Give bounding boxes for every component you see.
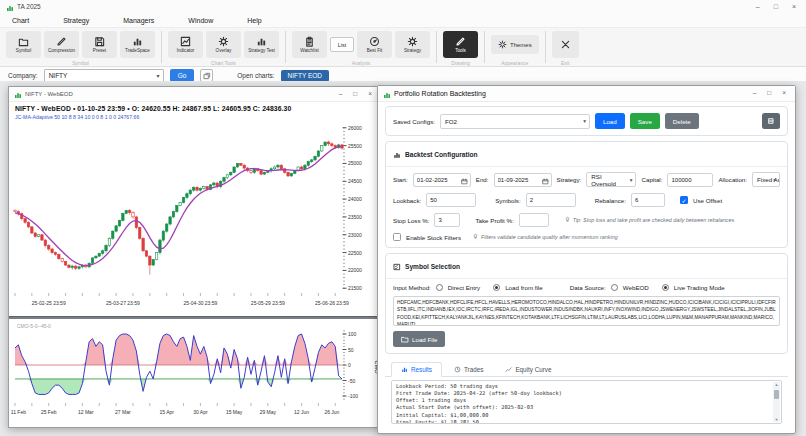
symbols-textarea[interactable]: HDFCAMC,HDFCBANK,HDFCLIFE,HFCL,HAVELLS,H…	[393, 296, 780, 326]
start-date-input[interactable]	[417, 177, 459, 183]
bar-chart-icon	[393, 145, 401, 163]
minimize-icon[interactable]: –	[753, 90, 757, 97]
cmo-indicator-canvas[interactable]: CMO-5-0--45-0100500-50-100CMO11 Feb25 Fe…	[9, 319, 381, 419]
webeod-radio[interactable]	[611, 284, 618, 291]
toolbar-button-indicator[interactable]: Indicator	[168, 31, 203, 58]
stop-loss-input[interactable]	[434, 213, 460, 227]
delete-config-button[interactable]: Delete	[665, 113, 699, 129]
saved-configs-select[interactable]: FO2	[440, 114, 590, 129]
start-date-field[interactable]	[413, 173, 471, 187]
menu-item-window[interactable]: Window	[188, 17, 213, 24]
toolbar-separator	[285, 31, 286, 63]
toolbar-button-list[interactable]: List	[330, 37, 354, 52]
end-date-input[interactable]	[498, 177, 540, 183]
calendar-icon[interactable]	[461, 171, 468, 189]
toolbar-button-tools[interactable]: Tools	[443, 31, 478, 58]
minimize-icon[interactable]: –	[756, 3, 760, 10]
menu-item-strategy[interactable]: Strategy	[63, 17, 89, 24]
save-config-button[interactable]: Save	[630, 113, 660, 129]
database-icon[interactable]	[762, 113, 780, 129]
use-offset-checkbox[interactable]: ✓	[680, 196, 688, 204]
toolbar-button-symbol[interactable]: Symbol	[6, 31, 41, 58]
svg-text:25-05-29 23:59: 25-05-29 23:59	[251, 300, 285, 306]
menu-item-managers[interactable]: Managers	[123, 17, 154, 24]
toolbar-button-preset[interactable]: Preset	[82, 31, 117, 58]
app-title: TA 2025	[17, 3, 756, 10]
toolbar-button-compression[interactable]: Compression	[44, 31, 79, 58]
tab-equity-curve[interactable]: Equity Curve	[495, 362, 561, 377]
menu-item-help[interactable]: Help	[247, 17, 261, 24]
load-file-button[interactable]: Load File	[393, 331, 445, 347]
tab-trades[interactable]: Trades	[444, 362, 493, 377]
load-from-file-radio[interactable]	[493, 284, 500, 291]
maximize-icon[interactable]: □	[774, 3, 778, 10]
checklist-icon	[393, 257, 401, 275]
toolbar-button-themes[interactable]: Themes	[491, 35, 539, 54]
strategy-select[interactable]: RSI Oversold	[586, 172, 636, 187]
toolbar-group-label: Drawing	[451, 60, 469, 66]
toolbar-group-chart-tools: IndicatorOverlayStrategy TestChart Tools	[168, 31, 279, 66]
chart-window-title: NIFTY - WebEOD	[25, 91, 336, 97]
svg-text:25-03-27 23:59: 25-03-27 23:59	[106, 300, 140, 306]
menu-item-chart[interactable]: Chart	[12, 17, 29, 24]
direct-entry-radio[interactable]	[436, 284, 443, 291]
results-output: Lookback Period: 50 trading days First T…	[391, 380, 782, 424]
minimize-icon[interactable]: –	[339, 91, 343, 98]
toolbar-button-strategy-test[interactable]: Strategy Test	[244, 31, 279, 58]
rebalance-input[interactable]	[631, 193, 665, 207]
dialog-titlebar[interactable]: Portfolio Rotation Backtesting – □ ×	[378, 86, 795, 102]
live-trading-radio[interactable]	[662, 284, 669, 291]
toolbar-separator	[436, 31, 437, 63]
toolbar-button-exit[interactable]	[552, 31, 579, 58]
svg-text:100: 100	[348, 331, 357, 337]
symbols-input[interactable]	[526, 193, 576, 207]
sl-tp-tip: Tip: Stop loss and take profit are check…	[564, 216, 734, 224]
load-from-file-label: Load from file	[505, 284, 543, 291]
symbol-selection-card: Symbol Selection Input Method: Direct En…	[385, 253, 788, 354]
toolbar-button-tradespace[interactable]: TradeSpace	[120, 31, 155, 58]
saved-configs-card: Saved Configs: FO2 Load Save Delete	[385, 106, 788, 136]
maximize-icon[interactable]: □	[767, 90, 771, 97]
input-method-label: Input Method:	[393, 284, 431, 291]
toolbar-group-label: Chart Tools	[211, 60, 236, 66]
svg-text:26 Jun: 26 Jun	[324, 409, 339, 415]
close-icon[interactable]: ×	[368, 91, 372, 98]
take-profit-input[interactable]	[519, 213, 549, 227]
direct-entry-label: Direct Entry	[448, 284, 480, 291]
toolbar-separator	[484, 31, 485, 63]
symbol-selection-title: Symbol Selection	[405, 263, 460, 270]
toolbar-button-overlay[interactable]: Overlay	[206, 31, 241, 58]
app-logo-icon	[6, 0, 14, 16]
chart-window-titlebar[interactable]: NIFTY - WebEOD – □ ×	[9, 87, 381, 102]
calendar-icon[interactable]	[542, 171, 549, 189]
end-date-field[interactable]	[494, 173, 552, 187]
svg-text:27 Mar: 27 Mar	[115, 409, 131, 415]
allocation-select[interactable]: Fixed Amou	[752, 172, 780, 187]
load-config-button[interactable]: Load	[595, 113, 625, 129]
toolbar-button-best-fit[interactable]: Best Fit	[357, 31, 392, 58]
open-chart-chip[interactable]: NIFTY EOD	[281, 70, 330, 82]
toolbar: SymbolCompressionPresetTradeSpaceSymbolI…	[0, 27, 806, 67]
app-window: TA 2025 – □ × ChartStrategyManagersWindo…	[0, 0, 806, 436]
scroll-up-icon[interactable]: ▲	[775, 382, 779, 387]
lookback-label: Lookback:	[393, 197, 421, 204]
enable-stock-filters-checkbox[interactable]	[393, 233, 401, 241]
lookback-input[interactable]	[426, 193, 476, 207]
maximize-icon[interactable]: □	[353, 91, 357, 98]
close-icon[interactable]: ×	[782, 90, 786, 97]
svg-text:23500: 23500	[348, 214, 362, 220]
scroll-down-icon[interactable]: ▼	[775, 417, 779, 422]
price-chart-canvas[interactable]: 2600025500250002450024000235002300022500…	[9, 120, 381, 312]
toolbar-button-strategy[interactable]: Strategy	[395, 31, 430, 58]
tab-results[interactable]: Results	[391, 362, 442, 377]
toolbar-group-label: Exit	[561, 60, 569, 66]
toolbar-button-watchlist[interactable]: Watchlist	[292, 31, 327, 58]
capital-input[interactable]	[667, 173, 713, 187]
rebalance-label: Rebalance:	[595, 197, 626, 204]
desktop: NIFTY - WebEOD – □ × NIFTY - WebEOD • 01…	[0, 81, 806, 436]
close-icon[interactable]: ×	[792, 3, 796, 10]
scroll-thumb[interactable]	[774, 390, 779, 399]
chart-window-logo-icon	[14, 85, 22, 103]
open-charts-label: Open charts:	[237, 72, 274, 79]
scrollbar[interactable]: ▲ ▼	[773, 382, 780, 422]
